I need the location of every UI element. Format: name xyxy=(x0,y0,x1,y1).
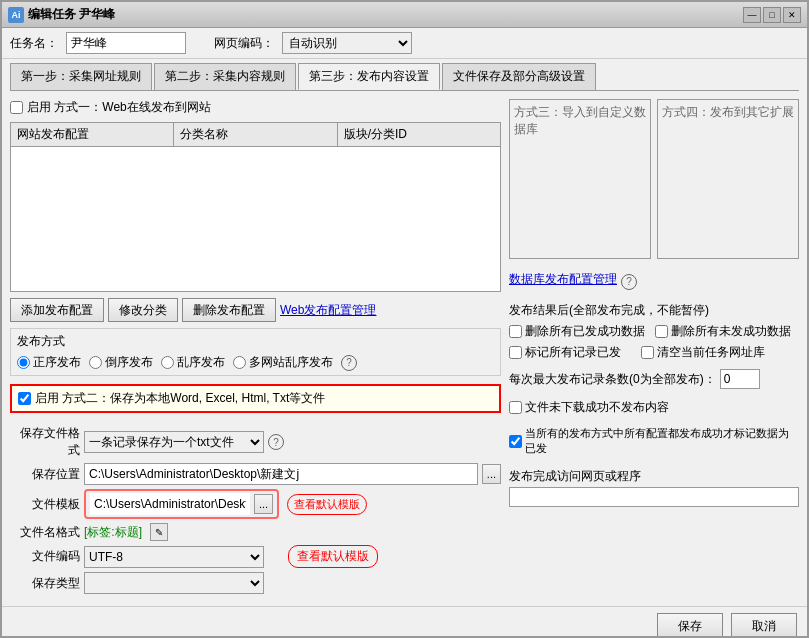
tab-row: 第一步：采集网址规则 第二步：采集内容规则 第三步：发布内容设置 文件保存及部分… xyxy=(10,63,799,90)
table-header-col1: 网站发布配置 xyxy=(11,123,174,146)
file-template-browse-button[interactable]: ... xyxy=(254,494,273,514)
radio-multi-random[interactable]: 多网站乱序发布 xyxy=(233,354,333,371)
delete-config-button[interactable]: 删除发布配置 xyxy=(182,298,276,322)
file-template-highlight: ... xyxy=(84,489,279,519)
cancel-button[interactable]: 取消 xyxy=(731,613,797,638)
save-format-select[interactable]: 一条记录保存为一个txt文件 所有记录保存为一个文件 xyxy=(84,431,264,453)
file-name-label: 文件名格式 xyxy=(10,524,80,541)
mark-success-text: 当所有的发布方式中所有配置都发布成功才标记数据为已发 xyxy=(525,426,799,456)
save-format-label: 保存文件格式 xyxy=(10,425,80,459)
complete-url-section: 发布完成访问网页或程序 xyxy=(509,468,799,507)
table-header: 网站发布配置 分类名称 版块/分类ID xyxy=(11,123,500,147)
file-name-edit-icon[interactable]: ✎ xyxy=(150,523,168,541)
save-path-browse-button[interactable]: ... xyxy=(482,464,501,484)
save-path-label: 保存位置 xyxy=(10,466,80,483)
method4-section: 方式四：发布到其它扩展 xyxy=(657,99,799,259)
mark-success-row: 当所有的发布方式中所有配置都发布成功才标记数据为已发 xyxy=(509,426,799,456)
file-encoding-row: 文件编码 UTF-8 GBK GB2312 查看默认模版 xyxy=(10,545,501,568)
max-publish-row: 每次最大发布记录条数(0为全部发布)： xyxy=(509,369,799,389)
table-header-col3: 版块/分类ID xyxy=(338,123,500,146)
table-button-row: 添加发布配置 修改分类 删除发布配置 Web发布配置管理 xyxy=(10,298,501,322)
method3-label: 方式三：导入到自定义数据库 xyxy=(514,104,646,138)
tabs-container: 第一步：采集网址规则 第二步：采集内容规则 第三步：发布内容设置 文件保存及部分… xyxy=(2,59,807,91)
help-icon[interactable]: ? xyxy=(341,355,357,371)
db-link[interactable]: 数据库发布配置管理 xyxy=(509,271,617,288)
toolbar: 任务名： 网页编码： 自动识别 UTF-8 GBK xyxy=(2,28,807,59)
main-window: Ai 编辑任务 尹华峰 — □ ✕ 任务名： 网页编码： 自动识别 UTF-8 … xyxy=(0,0,809,638)
publish-method-radios: 正序发布 倒序发布 乱序发布 多网站乱序发布 ? xyxy=(17,354,494,371)
file-encoding-select[interactable]: UTF-8 GBK GB2312 xyxy=(84,546,264,568)
db-help-icon[interactable]: ? xyxy=(621,274,637,290)
radio-normal[interactable]: 正序发布 xyxy=(17,354,81,371)
save-path-row: 保存位置 ... xyxy=(10,463,501,485)
publish-after-section: 发布结果后(全部发布完成，不能暂停) 删除所有已发成功数据 删除所有未发成功数据 xyxy=(509,302,799,361)
tab-step1[interactable]: 第一步：采集网址规则 xyxy=(10,63,152,90)
mark-success-label[interactable]: 当所有的发布方式中所有配置都发布成功才标记数据为已发 xyxy=(509,426,799,456)
save-button[interactable]: 保存 xyxy=(657,613,723,638)
file-name-row: 文件名格式 [标签:标题] ✎ xyxy=(10,523,501,541)
modify-category-button[interactable]: 修改分类 xyxy=(108,298,178,322)
db-row: 数据库发布配置管理 ? xyxy=(509,271,799,292)
complete-url-input[interactable] xyxy=(509,487,799,507)
table-header-col2: 分类名称 xyxy=(174,123,337,146)
file-template-row: 文件模板 ... 查看默认模版 xyxy=(10,489,501,519)
no-download-row: 文件未下载成功不发布内容 xyxy=(509,399,799,416)
method1-checkbox[interactable] xyxy=(10,101,23,114)
save-format-row: 保存文件格式 一条记录保存为一个txt文件 所有记录保存为一个文件 ? xyxy=(10,425,501,459)
publish-method-label: 发布方式 xyxy=(17,333,494,350)
option-delete-fail[interactable]: 删除所有未发成功数据 xyxy=(655,323,791,340)
method2-checkbox-label[interactable]: 启用 方式二：保存为本地Word, Excel, Html, Txt等文件 xyxy=(18,390,493,407)
web-config-link[interactable]: Web发布配置管理 xyxy=(280,302,376,319)
complete-url-label: 发布完成访问网页或程序 xyxy=(509,468,799,485)
save-format-help-icon[interactable]: ? xyxy=(268,434,284,450)
titlebar: Ai 编辑任务 尹华峰 — □ ✕ xyxy=(2,2,807,28)
method2-checkbox[interactable] xyxy=(18,392,31,405)
save-type-label: 保存类型 xyxy=(10,575,80,592)
window-title: 编辑任务 尹华峰 xyxy=(28,6,115,23)
tab-step2[interactable]: 第二步：采集内容规则 xyxy=(154,63,296,90)
view-template-text: 查看默认模版 xyxy=(288,545,378,568)
view-template-button[interactable]: 查看默认模版 xyxy=(287,494,367,515)
publish-method-section: 发布方式 正序发布 倒序发布 乱序发布 xyxy=(10,328,501,376)
save-path-input[interactable] xyxy=(84,463,478,485)
app-icon: Ai xyxy=(8,7,24,23)
bottom-bar: 保存 取消 xyxy=(2,606,807,638)
save-type-row: 保存类型 xyxy=(10,572,501,594)
method2-form: 保存文件格式 一条记录保存为一个txt文件 所有记录保存为一个文件 ? 保存位置… xyxy=(10,421,501,598)
option-delete-success[interactable]: 删除所有已发成功数据 xyxy=(509,323,645,340)
max-publish-input[interactable] xyxy=(720,369,760,389)
close-button[interactable]: ✕ xyxy=(783,7,801,23)
radio-random[interactable]: 乱序发布 xyxy=(161,354,225,371)
add-config-button[interactable]: 添加发布配置 xyxy=(10,298,104,322)
method1-checkbox-label[interactable]: 启用 方式一：Web在线发布到网站 xyxy=(10,99,211,116)
encoding-label: 网页编码： xyxy=(214,35,274,52)
save-type-select[interactable] xyxy=(84,572,264,594)
method2-section: 启用 方式二：保存为本地Word, Excel, Html, Txt等文件 xyxy=(10,384,501,413)
method3-section: 方式三：导入到自定义数据库 xyxy=(509,99,651,259)
table-body xyxy=(11,147,500,287)
no-download-text: 文件未下载成功不发布内容 xyxy=(525,399,669,416)
main-content: 启用 方式一：Web在线发布到网站 网站发布配置 分类名称 版块/分类ID 添加… xyxy=(2,91,807,606)
method1-row: 启用 方式一：Web在线发布到网站 xyxy=(10,99,501,116)
publish-table: 网站发布配置 分类名称 版块/分类ID xyxy=(10,122,501,292)
option-clear-url[interactable]: 清空当前任务网址库 xyxy=(641,344,765,361)
radio-reverse[interactable]: 倒序发布 xyxy=(89,354,153,371)
titlebar-controls: — □ ✕ xyxy=(743,7,801,23)
no-download-label[interactable]: 文件未下载成功不发布内容 xyxy=(509,399,799,416)
task-name-input[interactable] xyxy=(66,32,186,54)
option-row-1: 删除所有已发成功数据 删除所有未发成功数据 xyxy=(509,323,799,340)
file-template-input[interactable] xyxy=(90,493,250,515)
method4-label: 方式四：发布到其它扩展 xyxy=(662,104,794,121)
maximize-button[interactable]: □ xyxy=(763,7,781,23)
method1-label: 启用 方式一：Web在线发布到网站 xyxy=(27,99,211,116)
tab-step4[interactable]: 文件保存及部分高级设置 xyxy=(442,63,596,90)
right-panel: 方式三：导入到自定义数据库 方式四：发布到其它扩展 数据库发布配置管理 ? 发布… xyxy=(509,99,799,598)
file-encoding-label: 文件编码 xyxy=(10,548,80,565)
tab-step3[interactable]: 第三步：发布内容设置 xyxy=(298,63,440,90)
file-name-value: [标签:标题] xyxy=(84,524,142,541)
task-label: 任务名： xyxy=(10,35,58,52)
minimize-button[interactable]: — xyxy=(743,7,761,23)
option-mark-all[interactable]: 标记所有记录已发 xyxy=(509,344,621,361)
encoding-select[interactable]: 自动识别 UTF-8 GBK xyxy=(282,32,412,54)
method2-label: 启用 方式二：保存为本地Word, Excel, Html, Txt等文件 xyxy=(35,390,325,407)
